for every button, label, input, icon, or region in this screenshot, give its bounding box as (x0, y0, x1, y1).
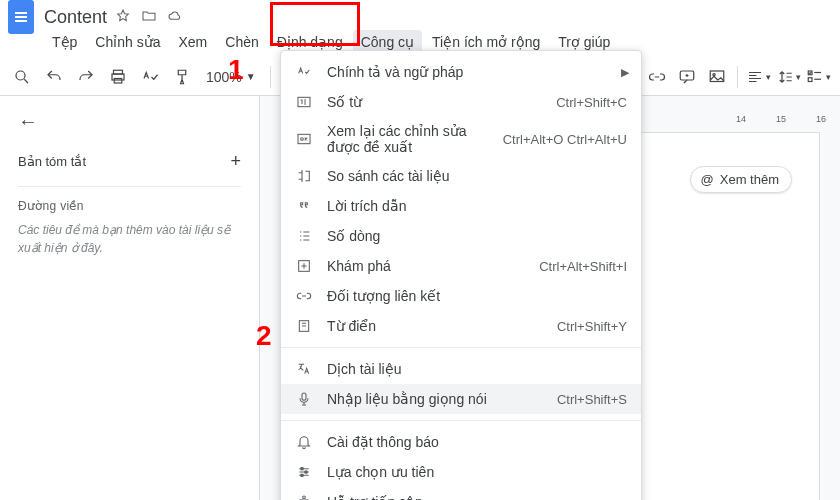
toolbar-separator (270, 66, 271, 88)
align-button[interactable] (744, 63, 772, 91)
menu-item-spell[interactable]: Chính tả và ngữ pháp▶ (281, 57, 641, 87)
menu-item-label: Hỗ trợ tiếp cận (327, 494, 627, 500)
menu-item-count[interactable]: Số từCtrl+Shift+C (281, 87, 641, 117)
menu-item-label: Lời trích dẫn (327, 198, 627, 214)
svg-rect-10 (298, 134, 310, 143)
horizontal-ruler[interactable]: 14 15 16 (706, 114, 826, 130)
menu-item-label: Đối tượng liên kết (327, 288, 627, 304)
menu-view[interactable]: Xem (171, 30, 216, 54)
add-summary-button[interactable]: + (230, 151, 241, 172)
menu-item-label: Số dòng (327, 228, 627, 244)
menu-item-dict[interactable]: Từ điểnCtrl+Shift+Y (281, 311, 641, 341)
menu-item-translate[interactable]: Dịch tài liệu (281, 354, 641, 384)
back-arrow-button[interactable]: ← (18, 110, 38, 133)
menu-item-compare[interactable]: So sánh các tài liệu (281, 161, 641, 191)
lines-icon (295, 227, 313, 245)
svg-rect-3 (114, 78, 122, 83)
svg-point-16 (305, 471, 308, 474)
dropdown-separator (281, 347, 641, 348)
menu-item-shortcut: Ctrl+Shift+S (557, 392, 627, 407)
svg-point-11 (301, 138, 304, 141)
menu-item-label: Cài đặt thông báo (327, 434, 627, 450)
menu-item-quote[interactable]: Lời trích dẫn (281, 191, 641, 221)
undo-button[interactable] (40, 63, 68, 91)
menu-item-shortcut: Ctrl+Shift+C (556, 95, 627, 110)
menu-item-label: Dịch tài liệu (327, 361, 627, 377)
cloud-status-icon[interactable] (167, 8, 183, 27)
line-spacing-button[interactable] (774, 63, 802, 91)
menu-item-shortcut: Ctrl+Alt+Shift+I (539, 259, 627, 274)
ruler-mark: 14 (736, 114, 746, 130)
menu-item-suggest[interactable]: Xem lại các chỉnh sửa được đề xuấtCtrl+A… (281, 117, 641, 161)
explore-icon (295, 257, 313, 275)
compare-icon (295, 167, 313, 185)
menu-item-label: So sánh các tài liệu (327, 168, 627, 184)
menu-item-label: Khám phá (327, 258, 525, 274)
folder-move-icon[interactable] (141, 8, 157, 27)
print-button[interactable] (104, 63, 132, 91)
dict-icon (295, 317, 313, 335)
see-more-chip[interactable]: @ Xem thêm (690, 166, 792, 193)
annotation-number-2: 2 (256, 320, 272, 352)
menu-edit[interactable]: Chỉnh sửa (87, 30, 168, 54)
outline-sidebar: ← Bản tóm tắt + Đường viền Các tiêu đề m… (0, 96, 260, 500)
suggest-icon (295, 130, 313, 148)
toolbar-separator (737, 66, 738, 88)
ruler-mark: 16 (816, 114, 826, 130)
insert-image-button[interactable] (703, 63, 731, 91)
dropdown-separator (281, 420, 641, 421)
menu-item-label: Từ điển (327, 318, 543, 334)
translate-icon (295, 360, 313, 378)
access-icon (295, 493, 313, 500)
menu-file[interactable]: Tệp (44, 30, 85, 54)
menu-item-label: Lựa chọn ưu tiên (327, 464, 627, 480)
count-icon (295, 93, 313, 111)
insert-link-button[interactable] (643, 63, 671, 91)
spell-icon (295, 63, 313, 81)
menu-item-label: Xem lại các chỉnh sửa được đề xuất (327, 123, 489, 155)
redo-button[interactable] (72, 63, 100, 91)
paint-format-button[interactable] (168, 63, 196, 91)
star-icon[interactable] (115, 8, 131, 27)
svg-rect-8 (808, 77, 812, 81)
document-title[interactable]: Content (44, 7, 107, 28)
summary-label: Bản tóm tắt (18, 154, 86, 169)
menu-item-lines[interactable]: Số dòng (281, 221, 641, 251)
menu-item-access[interactable]: Hỗ trợ tiếp cận (281, 487, 641, 500)
menu-item-shortcut: Ctrl+Shift+Y (557, 319, 627, 334)
svg-point-15 (301, 467, 304, 470)
spellcheck-button[interactable] (136, 63, 164, 91)
title-bar: Content (0, 0, 840, 28)
ruler-mark: 15 (776, 114, 786, 130)
add-comment-button[interactable] (673, 63, 701, 91)
svg-point-0 (16, 71, 25, 80)
menu-item-prefs[interactable]: Lựa chọn ưu tiên (281, 457, 641, 487)
menu-item-shortcut: Ctrl+Alt+O Ctrl+Alt+U (503, 132, 627, 147)
menu-item-label: Nhập liệu bằng giọng nói (327, 391, 543, 407)
quote-icon (295, 197, 313, 215)
svg-point-17 (301, 474, 304, 477)
mic-icon (295, 390, 313, 408)
svg-point-18 (303, 496, 306, 499)
see-more-label: Xem thêm (720, 172, 779, 187)
svg-rect-14 (302, 393, 306, 400)
submenu-arrow-icon: ▶ (621, 66, 629, 79)
search-menus-button[interactable] (8, 63, 36, 91)
menu-item-link[interactable]: Đối tượng liên kết (281, 281, 641, 311)
prefs-icon (295, 463, 313, 481)
bell-icon (295, 433, 313, 451)
outline-hint: Các tiêu đề mà bạn thêm vào tài liệu sẽ … (18, 221, 241, 257)
menu-insert[interactable]: Chèn (217, 30, 266, 54)
checklist-button[interactable] (804, 63, 832, 91)
link-icon (295, 287, 313, 305)
outline-header: Đường viền (18, 186, 241, 221)
menu-item-mic[interactable]: Nhập liệu bằng giọng nóiCtrl+Shift+S (281, 384, 641, 414)
at-icon: @ (701, 172, 714, 187)
menu-item-label: Chính tả và ngữ pháp (327, 64, 627, 80)
menu-item-explore[interactable]: Khám pháCtrl+Alt+Shift+I (281, 251, 641, 281)
annotation-number-1: 1 (228, 54, 244, 86)
menu-item-bell[interactable]: Cài đặt thông báo (281, 427, 641, 457)
tools-dropdown: Chính tả và ngữ pháp▶Số từCtrl+Shift+CXe… (280, 50, 642, 500)
menu-item-label: Số từ (327, 94, 542, 110)
